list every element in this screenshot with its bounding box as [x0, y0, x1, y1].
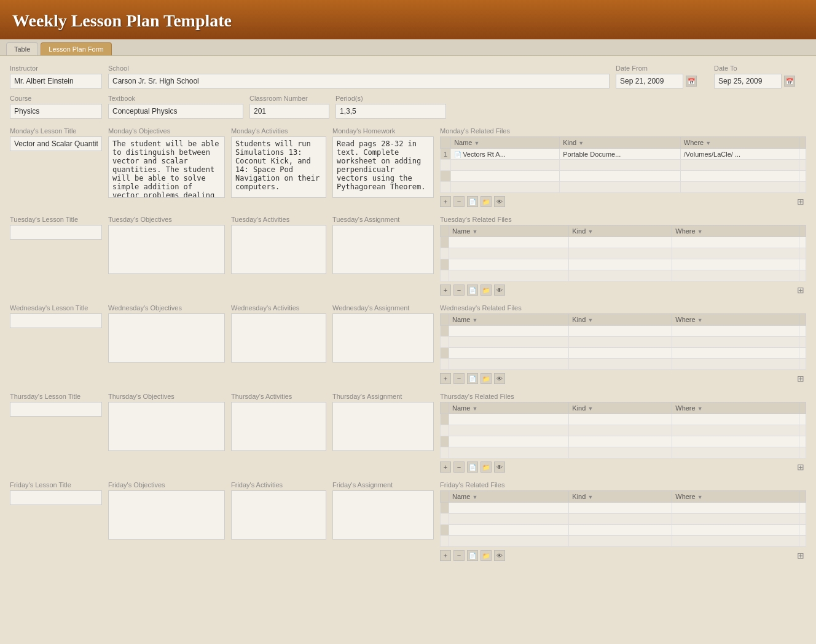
monday-obj-col: Monday's Objectives The student will be …	[108, 127, 225, 200]
wednesday-files-th-where[interactable]: Where ▼	[672, 314, 799, 326]
monday-folder-button[interactable]: 📁	[481, 196, 492, 207]
monday-eye-button[interactable]: 👁	[494, 196, 505, 207]
monday-files-th-kind[interactable]: Kind ▼	[560, 137, 681, 149]
monday-grid-icon[interactable]: ⊞	[795, 196, 806, 207]
wednesday-act-textarea[interactable]	[231, 313, 326, 363]
monday-files-th-where[interactable]: Where ▼	[680, 137, 799, 149]
tuesday-remove-button[interactable]: −	[453, 285, 465, 296]
wednesday-hw-textarea[interactable]	[332, 313, 434, 363]
friday-eye-button[interactable]: 👁	[494, 550, 505, 561]
monday-files-th-num	[441, 137, 451, 149]
thursday-eye-button[interactable]: 👁	[494, 461, 505, 473]
monday-title-input[interactable]	[10, 136, 102, 151]
course-field-group: Course	[10, 95, 102, 119]
tuesday-obj-textarea[interactable]	[108, 225, 225, 274]
friday-folder-button[interactable]: 📁	[481, 550, 492, 561]
tuesday-files-th-extra	[799, 226, 806, 237]
tuesday-title-input[interactable]	[10, 225, 102, 240]
friday-hw-textarea[interactable]	[332, 490, 434, 540]
monday-hw-textarea[interactable]: Read pags 28-32 in text. Complete worksh…	[332, 136, 434, 198]
friday-grid-icon[interactable]: ⊞	[795, 550, 806, 561]
monday-act-textarea[interactable]: Students will run Simulations 13: Coconu…	[231, 136, 326, 198]
wednesday-eye-button[interactable]: 👁	[494, 373, 505, 384]
monday-files-th-name[interactable]: Name ▼	[451, 137, 560, 149]
friday-files-th-where[interactable]: Where ▼	[672, 491, 799, 503]
wednesday-act-col: Wednesday's Activities	[231, 304, 326, 364]
thursday-files-th-where[interactable]: Where ▼	[672, 402, 799, 414]
monday-obj-textarea[interactable]: The student will be able to distinguish …	[108, 136, 225, 198]
date-from-calendar-icon[interactable]: 📅	[686, 76, 697, 87]
wednesday-files-table: Name ▼ Kind ▼ Where ▼	[440, 313, 806, 370]
date-from-label: Date From	[616, 65, 708, 72]
textbook-input[interactable]	[108, 104, 243, 119]
friday-hw-col: Friday's Assignment	[332, 481, 434, 541]
periods-input[interactable]	[335, 104, 446, 119]
date-to-calendar-icon[interactable]: 📅	[784, 76, 795, 87]
tuesday-hw-textarea[interactable]	[332, 225, 434, 274]
monday-title-col: Monday's Lesson Title	[10, 127, 102, 154]
thursday-title-col: Thursday's Lesson Title	[10, 393, 102, 419]
monday-files-col: Monday's Related Files Name ▼ Kind ▼ Whe…	[440, 127, 806, 208]
tuesday-files-th-where[interactable]: Where ▼	[672, 226, 799, 237]
thursday-obj-textarea[interactable]	[108, 402, 225, 451]
instructor-input[interactable]	[10, 74, 102, 88]
monday-table-toolbar: + − 📄 📁 👁 ⊞	[440, 195, 806, 208]
friday-add-button[interactable]: +	[440, 550, 451, 561]
tuesday-add-button[interactable]: +	[440, 285, 451, 296]
classroom-input[interactable]	[249, 104, 329, 119]
date-to-label: Date To	[714, 65, 806, 72]
wednesday-newdoc-button[interactable]: 📄	[467, 373, 478, 384]
tuesday-newdoc-button[interactable]: 📄	[467, 285, 478, 296]
monday-remove-button[interactable]: −	[453, 196, 465, 207]
main-content: Instructor School Date From 📅 Date To 📅 …	[0, 56, 816, 578]
friday-obj-textarea[interactable]	[108, 490, 225, 540]
tab-table[interactable]: Table	[6, 42, 38, 55]
friday-newdoc-button[interactable]: 📄	[467, 550, 478, 561]
monday-newdoc-button[interactable]: 📄	[467, 196, 478, 207]
thursday-files-table: Name ▼ Kind ▼ Where ▼	[440, 402, 806, 458]
friday-title-input[interactable]	[10, 490, 102, 505]
date-to-input[interactable]	[714, 74, 782, 88]
tuesday-folder-button[interactable]: 📁	[481, 285, 492, 296]
thursday-grid-icon[interactable]: ⊞	[795, 461, 806, 473]
thursday-newdoc-button[interactable]: 📄	[467, 461, 478, 473]
monday-add-button[interactable]: +	[440, 196, 451, 207]
wednesday-files-th-num	[441, 314, 449, 326]
thursday-remove-button[interactable]: −	[453, 461, 465, 473]
wednesday-remove-button[interactable]: −	[453, 373, 465, 384]
tuesday-eye-button[interactable]: 👁	[494, 285, 505, 296]
tuesday-section: Tuesday's Lesson Title Tuesday's Objecti…	[10, 216, 806, 297]
monday-section: Monday's Lesson Title Monday's Objective…	[10, 127, 806, 208]
tuesday-files-th-name[interactable]: Name ▼	[449, 226, 569, 237]
tuesday-files-th-kind[interactable]: Kind ▼	[569, 226, 672, 237]
friday-files-th-extra	[799, 491, 806, 503]
thursday-files-th-name[interactable]: Name ▼	[449, 402, 569, 414]
friday-files-th-name[interactable]: Name ▼	[449, 491, 569, 503]
thursday-act-textarea[interactable]	[231, 402, 326, 451]
friday-files-th-kind[interactable]: Kind ▼	[569, 491, 672, 503]
thursday-obj-col: Thursday's Objectives	[108, 393, 225, 453]
wednesday-files-th-kind[interactable]: Kind ▼	[569, 314, 672, 326]
friday-remove-button[interactable]: −	[453, 550, 465, 561]
friday-act-textarea[interactable]	[231, 490, 326, 540]
tab-lesson-plan-form[interactable]: Lesson Plan Form	[41, 42, 111, 55]
tuesday-grid-icon[interactable]: ⊞	[795, 285, 806, 296]
sort-arrow-kind: ▼	[587, 229, 593, 235]
thursday-title-input[interactable]	[10, 402, 102, 417]
sort-arrow-kind: ▼	[587, 406, 593, 412]
wednesday-obj-textarea[interactable]	[108, 313, 225, 363]
wednesday-files-th-name[interactable]: Name ▼	[449, 314, 569, 326]
thursday-hw-textarea[interactable]	[332, 402, 434, 451]
thursday-add-button[interactable]: +	[440, 461, 451, 473]
wednesday-add-button[interactable]: +	[440, 373, 451, 384]
wednesday-folder-button[interactable]: 📁	[481, 373, 492, 384]
course-input[interactable]	[10, 104, 102, 119]
school-input[interactable]	[108, 74, 610, 88]
wednesday-grid-icon[interactable]: ⊞	[795, 373, 806, 384]
thursday-folder-button[interactable]: 📁	[481, 461, 492, 473]
tuesday-act-textarea[interactable]	[231, 225, 326, 274]
thursday-files-th-kind[interactable]: Kind ▼	[569, 402, 672, 414]
wednesday-title-input[interactable]	[10, 313, 102, 328]
thursday-hw-col: Thursday's Assignment	[332, 393, 434, 453]
date-from-input[interactable]	[616, 74, 683, 88]
